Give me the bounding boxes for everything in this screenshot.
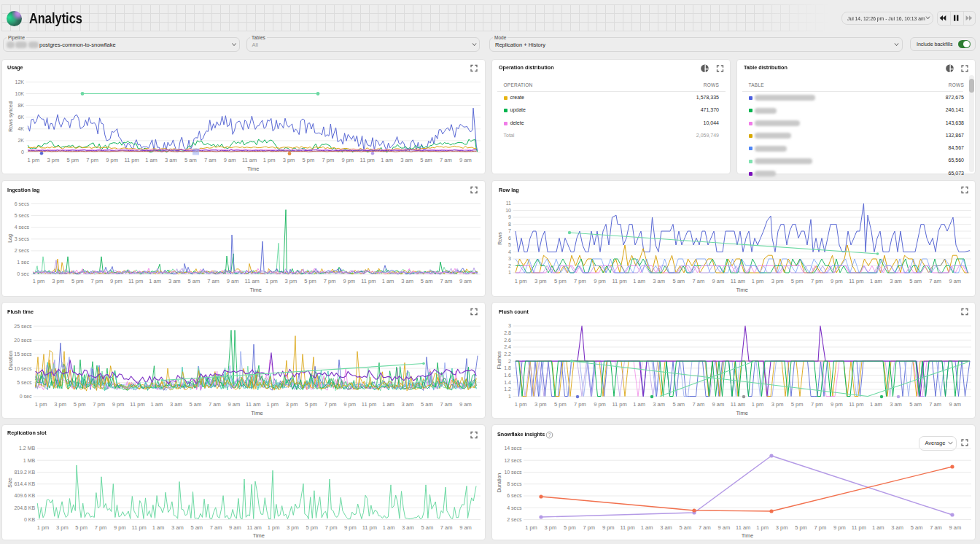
svg-text:11 am: 11 am (247, 524, 262, 531)
svg-text:4 secs: 4 secs (507, 505, 522, 510)
svg-text:9: 9 (508, 214, 511, 219)
svg-text:5 am: 5 am (188, 278, 201, 284)
svg-text:7 am: 7 am (209, 401, 221, 408)
svg-text:5 pm: 5 pm (306, 524, 318, 531)
svg-text:9 am: 9 am (228, 401, 240, 408)
svg-text:1 pm: 1 pm (37, 524, 50, 531)
svg-text:3 pm: 3 pm (285, 278, 298, 284)
svg-text:Time: Time (247, 166, 259, 172)
svg-text:9 pm: 9 pm (112, 401, 125, 408)
svg-text:5 am: 5 am (421, 524, 433, 531)
svg-text:12K: 12K (15, 79, 25, 85)
svg-text:5 pm: 5 pm (554, 401, 567, 408)
svg-text:3 secs: 3 secs (15, 236, 30, 241)
svg-text:7 pm: 7 pm (90, 278, 103, 284)
svg-text:11 pm: 11 pm (849, 401, 863, 408)
svg-text:3 am: 3 am (400, 157, 413, 163)
svg-text:5 pm: 5 pm (303, 157, 315, 163)
svg-text:5 am: 5 am (420, 157, 432, 163)
svg-text:7 am: 7 am (440, 401, 453, 408)
svg-text:2.6: 2.6 (504, 338, 511, 343)
svg-text:7 pm: 7 pm (322, 157, 335, 163)
svg-text:5: 5 (508, 242, 511, 247)
svg-text:11 pm: 11 pm (124, 157, 139, 163)
svg-text:1 am: 1 am (383, 524, 395, 531)
svg-text:0 sec: 0 sec (17, 271, 29, 276)
svg-text:7 pm: 7 pm (574, 278, 586, 284)
svg-text:1 pm: 1 pm (35, 401, 47, 408)
svg-text:11 pm: 11 pm (361, 278, 376, 284)
svg-text:1 am: 1 am (151, 401, 163, 408)
svg-text:7 pm: 7 pm (811, 278, 823, 284)
svg-text:1 pm: 1 pm (263, 157, 276, 163)
svg-text:9 pm: 9 pm (831, 401, 843, 408)
svg-text:1 am: 1 am (149, 278, 161, 284)
svg-text:20 secs: 20 secs (14, 338, 32, 343)
svg-text:6 secs: 6 secs (507, 493, 522, 498)
svg-text:6K: 6K (18, 114, 24, 120)
svg-text:2K: 2K (18, 138, 24, 143)
svg-text:9 pm: 9 pm (344, 524, 357, 531)
svg-text:1 pm: 1 pm (515, 278, 527, 284)
svg-text:5 pm: 5 pm (304, 278, 316, 284)
svg-text:9 am: 9 am (949, 401, 961, 408)
svg-text:3 am: 3 am (401, 278, 413, 284)
svg-text:11 pm: 11 pm (362, 524, 377, 531)
svg-text:3 pm: 3 pm (286, 401, 298, 408)
svg-text:7 am: 7 am (207, 278, 219, 284)
svg-text:5 secs: 5 secs (15, 213, 30, 218)
svg-text:2.2: 2.2 (504, 351, 511, 357)
svg-text:11 am: 11 am (736, 524, 750, 531)
svg-text:4 secs: 4 secs (15, 225, 30, 230)
svg-text:1 sec: 1 sec (17, 260, 29, 265)
svg-text:9 am: 9 am (459, 157, 472, 163)
svg-text:8K: 8K (18, 103, 24, 108)
svg-text:0: 0 (21, 149, 24, 155)
svg-text:2 secs: 2 secs (507, 517, 522, 522)
svg-text:5 am: 5 am (190, 401, 202, 408)
svg-text:11 pm: 11 pm (128, 278, 143, 284)
svg-text:1.4: 1.4 (504, 380, 511, 385)
svg-text:5 am: 5 am (909, 401, 922, 408)
svg-text:Rows: Rows (497, 232, 502, 245)
svg-text:1: 1 (508, 394, 511, 399)
svg-text:409.6 KB: 409.6 KB (14, 493, 35, 498)
svg-text:1.6: 1.6 (504, 373, 511, 378)
svg-text:5 am: 5 am (421, 278, 433, 284)
svg-text:7 am: 7 am (440, 278, 452, 284)
svg-text:9 pm: 9 pm (831, 278, 843, 284)
svg-text:11 am: 11 am (246, 401, 260, 408)
svg-text:0 KB: 0 KB (24, 517, 36, 522)
svg-text:11 am: 11 am (731, 278, 745, 284)
svg-text:1 MB: 1 MB (23, 458, 36, 463)
svg-text:1 pm: 1 pm (756, 524, 769, 531)
svg-text:1 pm: 1 pm (268, 524, 280, 531)
svg-text:5 am: 5 am (190, 524, 203, 531)
svg-text:3 pm: 3 pm (776, 524, 788, 531)
svg-text:3 am: 3 am (891, 524, 903, 531)
svg-text:3 pm: 3 pm (545, 524, 557, 531)
svg-text:1.8: 1.8 (504, 365, 511, 370)
svg-text:7 am: 7 am (210, 524, 222, 531)
svg-text:11: 11 (506, 201, 511, 206)
svg-text:5 pm: 5 pm (71, 278, 84, 284)
svg-text:5 am: 5 am (909, 278, 922, 284)
svg-text:2.8: 2.8 (504, 330, 511, 335)
svg-text:2 secs: 2 secs (15, 248, 30, 253)
svg-text:5 am: 5 am (421, 401, 433, 408)
svg-text:?: ? (548, 432, 551, 438)
svg-text:1.2: 1.2 (504, 386, 511, 392)
svg-text:7 pm: 7 pm (93, 401, 105, 408)
svg-text:9 am: 9 am (227, 278, 239, 284)
svg-text:8: 8 (508, 222, 511, 227)
svg-text:9 am: 9 am (229, 524, 241, 531)
svg-text:3 am: 3 am (402, 401, 414, 408)
svg-text:5 pm: 5 pm (66, 157, 79, 163)
svg-text:15 secs: 15 secs (14, 351, 32, 357)
svg-text:3 am: 3 am (660, 524, 672, 531)
svg-text:1 pm: 1 pm (515, 401, 527, 408)
svg-text:1 am: 1 am (870, 401, 882, 408)
svg-text:2: 2 (508, 263, 511, 268)
svg-text:3 am: 3 am (168, 278, 181, 284)
svg-text:3 am: 3 am (170, 401, 182, 408)
